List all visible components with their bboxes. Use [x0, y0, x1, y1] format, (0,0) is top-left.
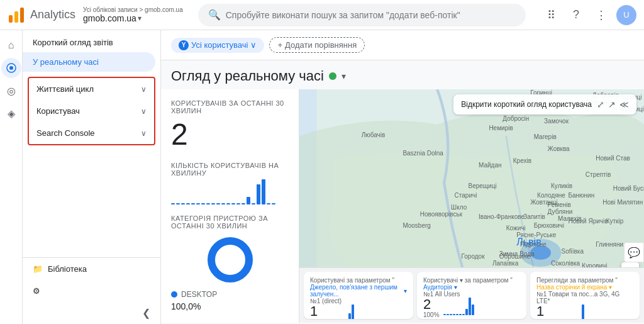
nav-section-title: Короткий огляд звітів	[23, 30, 160, 52]
nav-item-realtime[interactable]: У реальному часі	[23, 52, 155, 72]
search-icon: 🔍	[208, 9, 221, 21]
bc1-value-area: 1 50%	[310, 304, 323, 319]
main-content: Y Усі користувачі ∨ + Додати порівняння …	[161, 30, 644, 324]
bc1-subtitle: Джерело, пов'язане з першим залучен... ▾	[310, 284, 407, 298]
add-comparison-plus-icon: +	[277, 40, 282, 50]
svg-point-4	[9, 66, 13, 70]
svg-rect-0	[9, 15, 13, 23]
lviv-label: Львів	[516, 237, 541, 248]
map-card-label[interactable]: Відкрити короткий огляд користувача	[461, 100, 592, 109]
sidebar-icon-explore[interactable]: ◎	[1, 81, 21, 101]
collapse-icon: ❮	[142, 307, 150, 319]
nav-item-library[interactable]: 📁 Бібліотека	[23, 258, 160, 280]
page-title-bar: Огляд у реальному часі ▾	[161, 60, 644, 89]
bar-9	[216, 203, 220, 204]
bc3-rank: №1 Товари та пос...а 3G, 4G LTE*	[536, 291, 633, 304]
domain-label[interactable]: gmob.com.ua	[83, 13, 136, 23]
realtime-status-dot	[329, 72, 336, 80]
bar-1	[176, 203, 180, 204]
bc2-title: Користувачі ▾ за параметром "	[423, 277, 520, 284]
lifecycle-chevron-icon: ∨	[141, 85, 147, 94]
bc3-dropdown-icon[interactable]: ▾	[609, 284, 612, 291]
nav-collapse-button[interactable]: ❮	[23, 302, 160, 324]
header-actions: ⠿ ? ⋮ U	[541, 5, 636, 25]
chip-label: Усі користувачі	[191, 40, 248, 50]
app-name-label: Analytics	[30, 8, 75, 21]
nav-bottom: 📁 Бібліотека ⚙ ❮	[23, 257, 161, 324]
settings-icon: ⚙	[33, 286, 40, 296]
svg-point-5	[211, 241, 249, 279]
chip-dropdown-icon: ∨	[250, 40, 257, 50]
bc2-dropdown-icon[interactable]: ▾	[454, 284, 457, 291]
bc3-content: 1 100%	[536, 304, 633, 319]
nav-item-user[interactable]: Користувач ∨	[29, 100, 154, 122]
svg-rect-1	[14, 11, 18, 23]
more-icon[interactable]: ≪	[619, 99, 629, 109]
more-button[interactable]: ⋮	[591, 5, 611, 25]
feedback-icon: 💬	[628, 247, 640, 259]
per-minute-bars	[171, 179, 289, 204]
device-category-label: КАТЕГОРІЯ ПРИСТРОЮ ЗА ОСТАННІ 30 ХВИЛИН	[171, 215, 289, 230]
bar-18	[262, 179, 265, 204]
legend-dot	[171, 291, 177, 298]
sidebar-icons: ⌂ ◎ ◈	[0, 30, 23, 324]
help-button[interactable]: ?	[566, 5, 586, 25]
library-icon: 📁	[33, 264, 43, 274]
bc1-dropdown-icon[interactable]: ▾	[404, 288, 407, 294]
donut-chart	[171, 235, 289, 285]
bar-12	[231, 203, 235, 204]
users-stat-value: 2	[171, 117, 289, 152]
bc3-value: 1	[536, 304, 553, 318]
analytics-logo-icon	[8, 6, 25, 24]
cards-area: КОРИСТУВАЧІВ ЗА ОСТАННІ 30 ХВИЛИН 2 КІЛЬ…	[161, 89, 644, 323]
nav-item-search-console[interactable]: Search Console ∨	[29, 122, 154, 144]
user-chevron-icon: ∨	[141, 107, 147, 116]
sidebar-icon-home[interactable]: ⌂	[1, 35, 21, 55]
logo-area: Analytics Усі облікові записи > gmob.com…	[8, 6, 183, 24]
bc1-rank: №1 (direct)	[310, 298, 407, 304]
bc2-value: 2	[423, 298, 440, 311]
nav-item-settings[interactable]: ⚙	[23, 280, 160, 302]
bar-14	[242, 203, 245, 204]
bc3-title: Перегляди за параметром "	[536, 277, 633, 284]
share-icon[interactable]: ↗	[608, 99, 616, 109]
expand-icon[interactable]: ⤢	[597, 99, 604, 109]
bar-6	[201, 203, 205, 204]
breadcrumb-text: Усі облікові записи > gmob.com.ua	[83, 6, 183, 13]
svg-rect-2	[20, 8, 24, 23]
sidebar-icon-advertising[interactable]: ◈	[1, 103, 21, 123]
bar-8	[211, 203, 215, 204]
map-area: Добросін Замочок Немирів Магерів Крехів …	[299, 89, 644, 323]
avatar[interactable]: U	[616, 5, 636, 25]
bc3-pct: 100%	[536, 318, 553, 319]
user-segment-chip[interactable]: Y Усі користувачі ∨	[171, 38, 264, 53]
search-input[interactable]	[226, 10, 516, 20]
nav-panel: Короткий огляд звітів У реальному часі Ж…	[23, 30, 161, 324]
sidebar-icon-reports[interactable]	[1, 58, 21, 78]
bottom-card-3: Перегляди за параметром " Назва сторінки…	[530, 272, 640, 319]
bottom-card-2: Користувачі ▾ за параметром " Аудиторія …	[417, 272, 526, 319]
bc3-bars	[557, 304, 587, 319]
app-header: Analytics Усі облікові записи > gmob.com…	[0, 0, 644, 30]
toolbar: Y Усі користувачі ∨ + Додати порівняння	[161, 30, 644, 60]
search-box[interactable]: 🔍	[198, 4, 526, 26]
bc2-content: 2 100%	[423, 298, 520, 318]
bc2-rank: №1 All Users	[423, 291, 520, 298]
nav-item-lifecycle[interactable]: Життєвий цикл ∨	[29, 78, 154, 100]
bc1-pct: 50%	[310, 318, 323, 319]
device-legend-label: DESKTOP	[181, 290, 217, 299]
domain-dropdown-icon[interactable]: ▾	[138, 14, 142, 23]
stats-panel: КОРИСТУВАЧІВ ЗА ОСТАННІ 30 ХВИЛИН 2 КІЛЬ…	[161, 89, 299, 323]
feedback-button[interactable]: 💬	[624, 242, 644, 262]
bar-13	[236, 203, 240, 204]
map-info-card: Відкрити короткий огляд користувача ⤢ ↗ …	[453, 94, 636, 115]
page-title-dropdown-icon[interactable]: ▾	[341, 71, 346, 81]
apps-button[interactable]: ⠿	[541, 5, 561, 25]
bc1-content: 1 50%	[310, 304, 407, 319]
page-title: Огляд у реальному часі	[171, 68, 324, 84]
add-comparison-button[interactable]: + Додати порівняння	[269, 37, 365, 53]
bar-3	[186, 203, 190, 204]
bc1-title: Користувачі за параметром "	[310, 277, 407, 284]
bottom-cards-row: Користувачі за параметром " Джерело, пов…	[299, 267, 644, 323]
device-legend: DESKTOP	[171, 290, 289, 299]
